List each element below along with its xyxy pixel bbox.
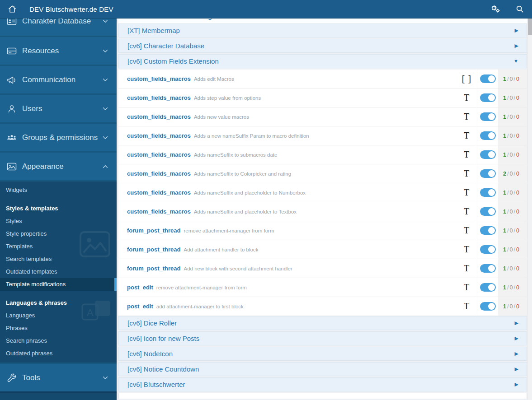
enabled-toggle[interactable] — [480, 226, 496, 235]
group-row-cv6-dice-roller[interactable]: [cv6] Dice Roller ▶ — [118, 316, 527, 330]
chevron-down-icon — [101, 76, 109, 84]
apply-counts: 1 / 0 / 0 — [498, 107, 527, 126]
enabled-toggle[interactable] — [480, 131, 496, 140]
enabled-toggle[interactable] — [480, 283, 496, 292]
sidebar-item-widgets[interactable]: Widgets — [0, 184, 117, 196]
enabled-toggle[interactable] — [480, 169, 496, 178]
enabled-toggle[interactable] — [480, 245, 496, 254]
chevron-up-icon — [101, 163, 109, 171]
enabled-toggle[interactable] — [480, 264, 496, 273]
group-label: [XT] Membermap — [127, 27, 180, 34]
apply-counts: 1 / 0 / 0 — [498, 70, 527, 88]
template-name-link[interactable]: forum_post_thread — [127, 246, 180, 253]
admin-sidebar: Charakter Database Resources Comm — [0, 0, 117, 400]
sidebar-item-languages[interactable]: Languages — [0, 309, 117, 322]
apply-counts: 1 / 0 / 0 — [498, 278, 527, 297]
toggle-cell — [477, 126, 498, 145]
expand-arrow-icon: ▶ — [515, 321, 518, 326]
sidebar-item-outdated-templates[interactable]: Outdated templates — [0, 265, 117, 278]
group-row-xt-membermap[interactable]: [XT] Membermap ▶ — [118, 23, 527, 37]
modification-type-icon: [ ] — [457, 70, 477, 88]
sidebar-section-resources[interactable]: Resources — [0, 36, 117, 65]
sidebar-section-users[interactable]: Users — [0, 93, 117, 122]
sidebar-item-template-modifications[interactable]: Template modifications — [0, 278, 117, 291]
count-success: 2 — [503, 171, 506, 177]
user-icon — [6, 103, 17, 114]
group-row-cv6-character-database[interactable]: [cv6] Character Database ▶ — [118, 39, 527, 53]
count-separator: / — [513, 133, 515, 139]
sidebar-section-groups-permissions[interactable]: Groups & permissions — [0, 122, 117, 151]
chevron-down-icon — [101, 374, 109, 382]
enabled-toggle[interactable] — [480, 112, 496, 121]
vertical-scrollbar[interactable] — [527, 18, 532, 400]
count-separator: / — [513, 265, 515, 272]
template-modification-row: custom_fields_macros Adds step value fro… — [118, 88, 527, 107]
sidebar-section-appearance[interactable]: Appearance — [0, 151, 117, 180]
toggle-cell — [477, 145, 498, 164]
modification-description: Adds nameSuffix to submacros date — [194, 152, 278, 158]
modification-description: Adds edit Macros — [194, 76, 234, 82]
sidebar-section-tools[interactable]: Tools — [0, 363, 117, 391]
template-name-link[interactable]: custom_fields_macros — [127, 208, 191, 215]
count-success: 1 — [503, 209, 506, 215]
enabled-toggle[interactable] — [480, 302, 496, 311]
sidebar-item-phrases[interactable]: Phrases — [0, 322, 117, 335]
group-label: [cv6] Character Database — [127, 42, 204, 50]
group-row-cv6-icon-for-new-posts[interactable]: [cv6] Icon for new Posts ▶ — [118, 331, 527, 345]
template-name-link[interactable]: custom_fields_macros — [127, 113, 191, 120]
count-separator: / — [513, 114, 515, 120]
sidebar-section-communication[interactable]: Communication — [0, 65, 117, 93]
sidebar-item-style-properties[interactable]: Style properties — [0, 228, 117, 240]
enabled-toggle[interactable] — [480, 150, 496, 159]
search-icon[interactable] — [514, 3, 526, 15]
toggle-cell — [477, 278, 498, 297]
modification-info: custom_fields_macros Adds step value fro… — [118, 88, 457, 107]
sidebar-section-label: Communication — [22, 75, 75, 84]
template-name-link[interactable]: custom_fields_macros — [127, 132, 191, 139]
template-modification-row: post_edit add attachment-manager to firs… — [118, 297, 527, 316]
sidebar-item-templates[interactable]: Templates — [0, 240, 117, 253]
group-row-cv6-notice-countdown[interactable]: [cv6] Notice Countdown ▶ — [118, 362, 527, 376]
home-icon[interactable] — [7, 4, 18, 14]
sidebar-item-styles[interactable]: Styles — [0, 215, 117, 228]
modification-description: Adds a new nameSuffix Param to macro def… — [194, 133, 309, 139]
modification-type-icon: T — [457, 278, 477, 297]
count-failed: 0 — [516, 190, 519, 196]
enabled-toggle[interactable] — [480, 188, 496, 197]
sidebar-section-label: Users — [22, 104, 42, 113]
template-name-link[interactable]: forum_post_thread — [127, 265, 180, 272]
settings-cogs-icon[interactable] — [490, 3, 501, 15]
template-name-link[interactable]: post_edit — [127, 284, 153, 291]
scrollbar-thumb[interactable] — [528, 18, 532, 35]
sidebar-heading-languages-phrases: Languages & phrases — [0, 297, 117, 309]
enabled-toggle[interactable] — [480, 74, 496, 83]
count-separator: / — [507, 152, 508, 158]
expand-arrow-icon: ▶ — [515, 43, 518, 48]
modification-info: forum_post_thread Add new block with sec… — [118, 259, 457, 278]
sidebar-item-search-phrases[interactable]: Search phrases — [0, 335, 117, 347]
enabled-toggle[interactable] — [480, 207, 496, 216]
template-name-link[interactable]: forum_post_thread — [127, 227, 180, 234]
sidebar-item-search-templates[interactable]: Search templates — [0, 253, 117, 265]
count-inactive: 0 — [509, 95, 513, 101]
enabled-toggle[interactable] — [480, 93, 496, 102]
count-failed: 0 — [516, 133, 519, 139]
count-failed: 0 — [516, 76, 519, 82]
group-row-cv6-nodeicon[interactable]: [cv6] NodeIcon ▶ — [118, 347, 527, 361]
template-name-link[interactable]: custom_fields_macros — [127, 94, 191, 101]
modification-info: post_edit remove attachment-manager from… — [118, 278, 457, 297]
template-name-link[interactable]: custom_fields_macros — [127, 170, 191, 177]
expand-arrow-icon: ▶ — [515, 28, 518, 33]
template-modification-row: custom_fields_macros Adds nameSuffix to … — [118, 145, 527, 164]
template-name-link[interactable]: custom_fields_macros — [127, 151, 191, 158]
megaphone-icon — [6, 74, 17, 85]
template-name-link[interactable]: post_edit — [127, 303, 153, 310]
expand-arrow-icon: ▶ — [515, 351, 518, 356]
group-row-cv6-custom-fields-extension[interactable]: [cv6] Custom Fields Extension ▼ — [118, 54, 527, 68]
sidebar-item-outdated-phrases[interactable]: Outdated phrases — [0, 347, 117, 360]
template-name-link[interactable]: custom_fields_macros — [127, 189, 191, 196]
group-row-cv6-blutschwerter[interactable]: [cv6] B!utschwerter ▶ — [118, 377, 527, 391]
count-failed: 0 — [516, 171, 519, 177]
template-name-link[interactable]: custom_fields_macros — [127, 75, 191, 82]
modification-type-icon: T — [457, 259, 477, 278]
